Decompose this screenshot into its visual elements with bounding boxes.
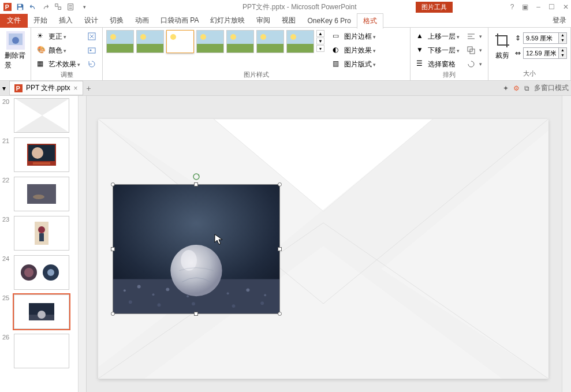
change-picture-button[interactable] xyxy=(85,44,99,57)
tab-insert[interactable]: 插入 xyxy=(53,13,79,28)
group-button[interactable] xyxy=(464,44,484,57)
tab-format[interactable]: 格式 xyxy=(357,13,383,29)
tab-list-icon[interactable]: ▾ xyxy=(2,84,6,92)
corrections-button[interactable]: ☀更正 xyxy=(35,30,83,43)
svg-rect-4 xyxy=(55,4,58,6)
multiwindow-label[interactable]: 多窗口模式 xyxy=(534,83,569,93)
multiwindow-icon[interactable]: ⧉ xyxy=(524,84,529,92)
border-icon: ▭ xyxy=(333,32,342,41)
tab-animations[interactable]: 动画 xyxy=(129,13,155,28)
bring-forward-button[interactable]: ▲上移一层 xyxy=(414,30,462,43)
group-arrange: ▲上移一层 ▼下移一层 ☰选择窗格 排列 xyxy=(410,28,488,80)
slide-thumbnail-25[interactable] xyxy=(14,294,69,329)
selection-pane-button[interactable]: ☰选择窗格 xyxy=(414,58,462,70)
qat-customize-icon[interactable] xyxy=(79,2,89,12)
redo-icon[interactable] xyxy=(40,2,51,12)
thumb-number: 24 xyxy=(2,255,12,290)
settings-icon[interactable]: ⚙ xyxy=(513,84,520,92)
compress-pictures-button[interactable] xyxy=(85,30,99,43)
width-input[interactable]: ▲▼ xyxy=(523,47,567,59)
arrange-group-label: 排列 xyxy=(414,70,484,79)
slide-editor[interactable] xyxy=(87,96,562,392)
style-preset-1[interactable] xyxy=(106,30,134,53)
tab-design[interactable]: 设计 xyxy=(79,13,104,28)
save-icon[interactable] xyxy=(15,2,25,12)
slide-thumbnail-21[interactable] xyxy=(14,137,69,172)
tab-transitions[interactable]: 切换 xyxy=(104,13,129,28)
style-preset-7[interactable] xyxy=(286,30,314,53)
resize-handle-e[interactable] xyxy=(278,247,282,251)
login-button[interactable]: 登录 xyxy=(548,13,571,28)
slide-thumbnail-22[interactable] xyxy=(14,177,69,211)
close-icon[interactable]: ✕ xyxy=(563,3,569,11)
remove-background-button[interactable]: 删除背景 xyxy=(3,30,27,72)
svg-rect-21 xyxy=(33,162,50,165)
slide-thumbnail-panel: 20 21 22 23 24 25 26 xyxy=(0,96,87,392)
undo-icon[interactable] xyxy=(28,2,38,12)
gallery-down-icon[interactable]: ▼ xyxy=(316,38,324,44)
qat-icon-2[interactable] xyxy=(66,2,76,12)
width-icon: ⇔ xyxy=(515,49,521,57)
selected-picture[interactable] xyxy=(113,184,280,314)
maximize-icon[interactable]: ☐ xyxy=(548,3,555,11)
resize-handle-n[interactable] xyxy=(194,182,198,186)
height-down-icon[interactable]: ▼ xyxy=(558,38,566,43)
document-tab[interactable]: P PPT 文件.pptx × xyxy=(9,81,83,95)
minimize-icon[interactable]: – xyxy=(536,3,540,11)
new-tab-button[interactable]: + xyxy=(87,84,91,93)
width-up-icon[interactable]: ▲ xyxy=(558,48,566,53)
send-backward-button[interactable]: ▼下移一层 xyxy=(414,44,462,57)
style-preset-2[interactable] xyxy=(136,30,164,53)
style-preset-5[interactable] xyxy=(226,30,254,53)
gallery-more-icon[interactable]: ▾ xyxy=(316,45,324,52)
style-preset-3[interactable] xyxy=(166,30,194,53)
slide-thumbnail-24[interactable] xyxy=(14,255,69,290)
crop-button[interactable]: 裁剪 xyxy=(492,30,513,62)
ribbon-display-icon[interactable]: ▣ xyxy=(522,3,528,11)
resize-handle-ne[interactable] xyxy=(278,182,282,186)
tab-review[interactable]: 审阅 xyxy=(251,13,276,28)
resize-handle-s[interactable] xyxy=(194,312,198,316)
reset-picture-button[interactable] xyxy=(85,58,99,70)
system-buttons: ? ▣ – ☐ ✕ xyxy=(510,3,569,11)
gallery-up-icon[interactable]: ▲ xyxy=(316,30,324,37)
slide-thumbnail-23[interactable] xyxy=(14,216,69,251)
rotate-button[interactable] xyxy=(464,58,484,70)
tab-onekey[interactable]: OneKey 6 Pro xyxy=(301,14,356,27)
svg-point-50 xyxy=(246,288,249,292)
height-up-icon[interactable]: ▲ xyxy=(558,33,566,38)
slide-thumbnail-26[interactable] xyxy=(14,334,69,368)
svg-point-43 xyxy=(124,289,126,292)
resize-handle-w[interactable] xyxy=(111,247,115,251)
tab-view[interactable]: 视图 xyxy=(276,13,301,28)
svg-text:P: P xyxy=(16,84,20,91)
thumbnail-scrollbar[interactable] xyxy=(78,96,86,392)
slide-canvas[interactable] xyxy=(98,119,548,379)
thumb-number: 26 xyxy=(2,334,12,368)
tab-pa[interactable]: 口袋动画 PA xyxy=(155,13,204,28)
style-preset-6[interactable] xyxy=(256,30,284,53)
tab-home[interactable]: 开始 xyxy=(28,13,53,28)
resize-handle-nw[interactable] xyxy=(111,182,115,186)
rotate-handle[interactable] xyxy=(193,173,200,180)
doctab-close-icon[interactable]: × xyxy=(73,84,77,92)
resize-handle-se[interactable] xyxy=(278,312,282,316)
height-input[interactable]: ▲▼ xyxy=(523,32,567,44)
help-icon[interactable]: ? xyxy=(510,3,514,11)
artistic-effects-button[interactable]: ▦艺术效果 xyxy=(35,58,83,70)
align-button[interactable] xyxy=(464,30,484,43)
picture-effects-button[interactable]: ◐图片效果 xyxy=(330,44,378,57)
picture-border-button[interactable]: ▭图片边框 xyxy=(330,30,378,43)
slide-thumbnail-20[interactable] xyxy=(14,98,69,133)
picture-layout-button[interactable]: ▥图片版式 xyxy=(330,58,378,70)
width-down-icon[interactable]: ▼ xyxy=(558,53,566,58)
tab-slideshow[interactable]: 幻灯片放映 xyxy=(204,13,251,28)
svg-point-53 xyxy=(157,303,161,307)
color-button[interactable]: 🎨颜色 xyxy=(35,44,83,57)
style-preset-4[interactable] xyxy=(196,30,224,53)
resize-handle-sw[interactable] xyxy=(111,312,115,316)
qat-icon-1[interactable] xyxy=(53,2,64,12)
file-tab[interactable]: 文件 xyxy=(0,14,28,28)
tool-icon-1[interactable]: ✦ xyxy=(503,84,509,92)
vertical-scrollbar[interactable] xyxy=(562,96,571,392)
